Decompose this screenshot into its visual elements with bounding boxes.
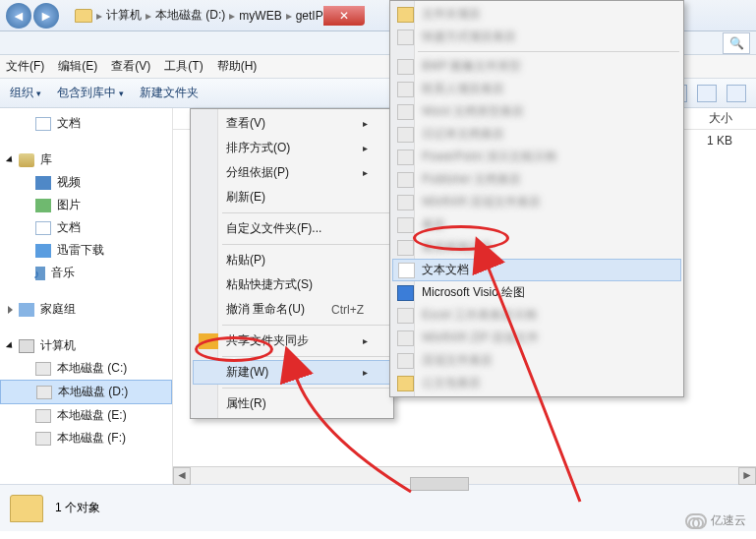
sidebar-item-homegroup[interactable]: 家庭组 xyxy=(0,298,172,321)
folder-icon xyxy=(75,9,92,23)
new-submenu: 文件夹项目 快捷方式项目条目 BMP 图像文件类型 联系人项目条目 Word 文… xyxy=(389,0,684,397)
sidebar-item-lib[interactable]: 库 xyxy=(0,149,172,171)
sidebar-item-pic[interactable]: 图片 xyxy=(0,194,172,216)
sidebar-item-docs[interactable]: 文档 xyxy=(0,216,172,239)
sidebar-item-disk-d[interactable]: 本地磁盘 (D:) xyxy=(0,380,172,404)
new-item[interactable]: 快捷方式项目条目 xyxy=(392,26,681,48)
menu-tools[interactable]: 工具(T) xyxy=(164,58,203,75)
crumb-drive[interactable]: 本地磁盘 (D:) xyxy=(155,7,225,24)
context-menu: 查看(V)▸ 排序方式(O)▸ 分组依据(P)▸ 刷新(E) 自定义文件夹(F)… xyxy=(190,108,394,419)
help-icon[interactable] xyxy=(727,85,746,102)
crumb-folder2[interactable]: getIP xyxy=(296,9,323,23)
watermark: 亿速云 xyxy=(685,512,746,529)
folder-icon xyxy=(10,495,43,522)
menu-help[interactable]: 帮助(H) xyxy=(217,58,258,75)
sidebar-item-video[interactable]: 视频 xyxy=(0,171,172,194)
ctx-properties[interactable]: 属性(R) xyxy=(193,391,391,416)
new-item[interactable]: WinRAR 压缩文件条目 xyxy=(392,191,681,213)
include-button[interactable]: 包含到库中▾ xyxy=(57,85,124,101)
ctx-group[interactable]: 分组依据(P)▸ xyxy=(193,160,391,185)
cloud-icon xyxy=(685,513,707,529)
status-bar: 1 个对象 xyxy=(0,484,756,531)
new-item[interactable]: 条目 xyxy=(392,213,681,236)
sidebar: 文档 库 视频 图片 文档 迅雷下载 音乐 家庭组 计算机 本地磁盘 (C:) … xyxy=(0,108,173,484)
new-item[interactable]: 条目样例文本 xyxy=(392,236,681,259)
ctx-sync[interactable]: 共享文件夹同步▸ xyxy=(193,329,391,353)
ctx-undo[interactable]: 撤消 重命名(U)Ctrl+Z xyxy=(193,297,391,322)
sidebar-item-doc[interactable]: 文档 xyxy=(0,112,172,135)
ctx-refresh[interactable]: 刷新(E) xyxy=(193,185,391,210)
sidebar-item-disk-c[interactable]: 本地磁盘 (C:) xyxy=(0,357,172,380)
ctx-new[interactable]: 新建(W)▸ xyxy=(193,360,391,385)
search-button[interactable]: 🔍 xyxy=(723,32,750,54)
new-item[interactable]: 公文包条目 xyxy=(392,372,681,394)
status-count: 1 个对象 xyxy=(55,500,100,516)
sidebar-item-disk-e[interactable]: 本地磁盘 (E:) xyxy=(0,404,172,427)
menu-edit[interactable]: 编辑(E) xyxy=(58,58,97,75)
new-item[interactable]: Publisher 文档条目 xyxy=(392,168,681,191)
ctx-paste[interactable]: 粘贴(P) xyxy=(193,248,391,272)
new-item[interactable]: 联系人项目条目 xyxy=(392,78,681,100)
new-text-document[interactable]: 文本文档 xyxy=(392,259,681,281)
col-size[interactable]: 大小 xyxy=(691,110,750,127)
new-item[interactable]: 压缩文件条目 xyxy=(392,349,681,372)
sidebar-item-thunder[interactable]: 迅雷下载 xyxy=(0,239,172,262)
new-item[interactable]: Word 文档类型条目 xyxy=(392,100,681,123)
new-item[interactable]: PowerPoint 演示文稿示例 xyxy=(392,146,681,168)
sidebar-item-music[interactable]: 音乐 xyxy=(0,262,172,284)
ctx-sort[interactable]: 排序方式(O)▸ xyxy=(193,136,391,160)
nav-back-button[interactable]: ◄ xyxy=(6,3,31,29)
new-item[interactable]: Excel 工作表条目示例 xyxy=(392,304,681,327)
sidebar-item-disk-f[interactable]: 本地磁盘 (F:) xyxy=(0,427,172,449)
ctx-paste-shortcut[interactable]: 粘贴快捷方式(S) xyxy=(193,272,391,297)
new-visio[interactable]: Microsoft Visio 绘图 xyxy=(392,281,681,304)
ctx-customize[interactable]: 自定义文件夹(F)... xyxy=(193,216,391,241)
ctx-view[interactable]: 查看(V)▸ xyxy=(193,111,391,136)
horizontal-scrollbar[interactable]: ◄► xyxy=(173,466,756,484)
nav-forward-button[interactable]: ► xyxy=(33,3,59,29)
new-item[interactable]: BMP 图像文件类型 xyxy=(392,55,681,78)
breadcrumb[interactable]: ▸ 计算机 ▸ 本地磁盘 (D:) ▸ myWEB ▸ getIP xyxy=(75,7,323,24)
crumb-computer[interactable]: 计算机 xyxy=(106,7,142,24)
crumb-folder1[interactable]: myWEB xyxy=(239,9,281,23)
preview-icon[interactable] xyxy=(697,85,717,102)
menu-view[interactable]: 查看(V) xyxy=(111,58,150,75)
newfolder-button[interactable]: 新建文件夹 xyxy=(140,85,199,101)
close-button[interactable]: ✕ xyxy=(323,6,365,26)
new-item[interactable]: 日记本文档条目 xyxy=(392,123,681,146)
menu-file[interactable]: 文件(F) xyxy=(6,58,44,75)
new-item[interactable]: 文件夹项目 xyxy=(392,3,681,26)
window-controls: ✕ xyxy=(323,6,365,26)
new-item[interactable]: WinRAR ZIP 压缩文件 xyxy=(392,327,681,349)
organize-button[interactable]: 组织▾ xyxy=(10,85,41,101)
sidebar-item-computer[interactable]: 计算机 xyxy=(0,334,172,357)
